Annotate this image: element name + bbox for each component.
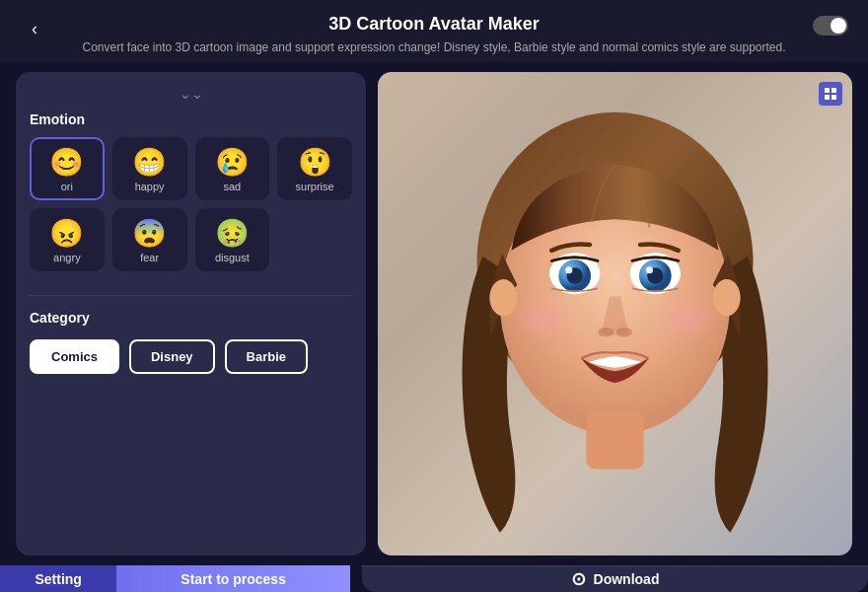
svg-point-16 — [713, 279, 741, 316]
section-divider — [30, 295, 352, 296]
svg-rect-2 — [586, 411, 643, 469]
category-button-disney[interactable]: Disney — [129, 339, 215, 374]
svg-rect-19 — [825, 95, 830, 100]
setting-button[interactable]: Setting — [0, 565, 116, 592]
app-title: 3D Cartoon Avatar Maker — [328, 14, 540, 35]
emotion-item-surprise[interactable]: 😲 surprise — [277, 137, 352, 200]
svg-point-13 — [512, 299, 576, 340]
right-bottom-bar[interactable]: ⊙ Download — [362, 565, 868, 592]
emotion-label-disgust: disgust — [215, 252, 250, 263]
grid-button[interactable] — [819, 82, 842, 106]
svg-rect-18 — [832, 88, 836, 93]
emotion-item-angry[interactable]: 😠 angry — [30, 208, 105, 271]
emotion-label-fear: fear — [140, 252, 159, 263]
emotion-grid: 😊 ori 😁 happy 😢 sad 😲 surprise — [30, 137, 352, 271]
left-bottom-bar: Setting Start to process — [0, 565, 350, 592]
svg-point-9 — [565, 266, 572, 273]
emotion-emoji-ori: 😊 — [49, 149, 84, 177]
svg-point-10 — [646, 266, 653, 273]
main-content: ⌄⌄ Emotion 😊 ori 😁 happy 😢 sad — [0, 62, 868, 565]
svg-point-11 — [598, 328, 614, 336]
app-subtitle: Convert face into 3D cartoon image and s… — [82, 40, 785, 54]
emotion-emoji-sad: 😢 — [215, 149, 250, 177]
avatar-image — [378, 72, 852, 555]
emotion-emoji-disgust: 🤢 — [215, 220, 250, 248]
svg-rect-17 — [825, 88, 830, 93]
svg-point-14 — [654, 299, 718, 340]
emotion-emoji-happy: 😁 — [132, 149, 167, 177]
process-button[interactable]: Start to process — [116, 565, 350, 592]
avatar-display — [378, 72, 852, 555]
app-container: ‹ 3D Cartoon Avatar Maker Convert face i… — [0, 0, 868, 592]
emotion-label-happy: happy — [135, 181, 165, 192]
emotion-label-ori: ori — [61, 181, 73, 192]
svg-point-12 — [616, 328, 632, 336]
category-section: Category Comics Disney Barbie — [30, 310, 352, 374]
collapse-icon[interactable]: ⌄⌄ — [30, 86, 352, 102]
emotion-item-happy[interactable]: 😁 happy — [112, 137, 187, 200]
emotion-item-disgust[interactable]: 🤢 disgust — [195, 208, 270, 271]
emotion-item-ori[interactable]: 😊 ori — [30, 137, 105, 200]
header: ‹ 3D Cartoon Avatar Maker Convert face i… — [0, 0, 868, 62]
emotion-section-label: Emotion — [30, 111, 352, 127]
back-button[interactable]: ‹ — [20, 14, 49, 43]
download-label: Download — [594, 571, 660, 587]
category-button-comics[interactable]: Comics — [30, 339, 119, 374]
category-section-label: Category — [30, 310, 352, 326]
emotion-label-angry: angry — [53, 252, 81, 263]
left-panel: ⌄⌄ Emotion 😊 ori 😁 happy 😢 sad — [16, 72, 366, 555]
toggle-button[interactable] — [813, 16, 848, 36]
emotion-label-sad: sad — [224, 181, 242, 192]
right-panel — [378, 72, 852, 555]
svg-point-15 — [489, 279, 517, 316]
emotion-item-fear[interactable]: 😨 fear — [112, 208, 187, 271]
svg-rect-20 — [832, 95, 836, 100]
bottom-bar: Setting Start to process ⊙ Download — [0, 565, 868, 592]
grid-icon — [824, 87, 837, 101]
emotion-label-surprise: surprise — [296, 181, 334, 192]
emotion-emoji-angry: 😠 — [49, 220, 84, 248]
category-button-barbie[interactable]: Barbie — [225, 339, 308, 374]
download-icon: ⊙ — [571, 568, 586, 590]
emotion-emoji-fear: 😨 — [132, 220, 167, 248]
category-buttons: Comics Disney Barbie — [30, 339, 352, 374]
download-button[interactable]: ⊙ Download — [571, 568, 660, 590]
emotion-emoji-surprise: 😲 — [298, 149, 332, 177]
emotion-item-sad[interactable]: 😢 sad — [195, 137, 270, 200]
